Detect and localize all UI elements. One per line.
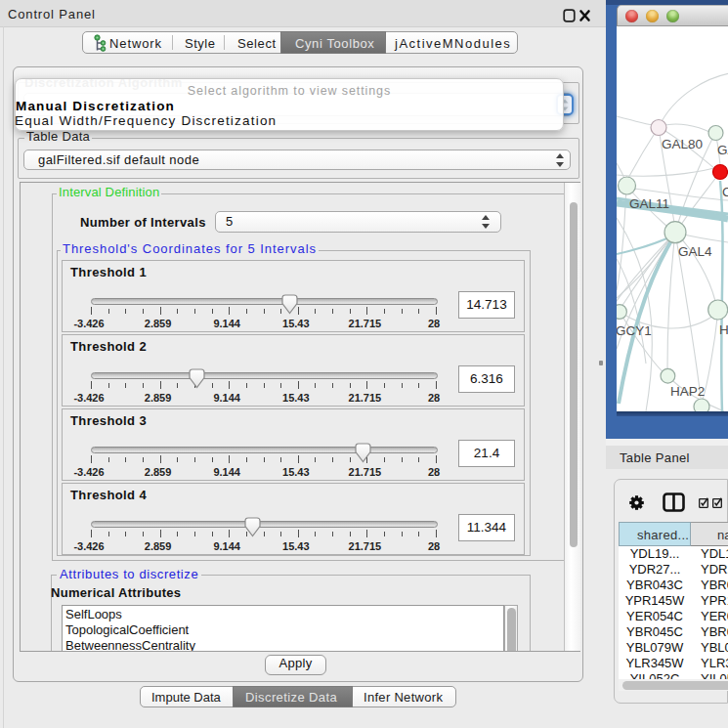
svg-text:GCY1: GCY1	[617, 323, 652, 338]
svg-text:C: C	[722, 185, 728, 199]
svg-text:HAP2: HAP2	[670, 384, 705, 399]
svg-text:GA: GA	[717, 143, 728, 157]
svg-text:GAL80: GAL80	[662, 137, 703, 151]
svg-text:GAL11: GAL11	[629, 196, 669, 211]
svg-text:H: H	[719, 322, 728, 337]
svg-text:GAL4: GAL4	[678, 244, 712, 259]
